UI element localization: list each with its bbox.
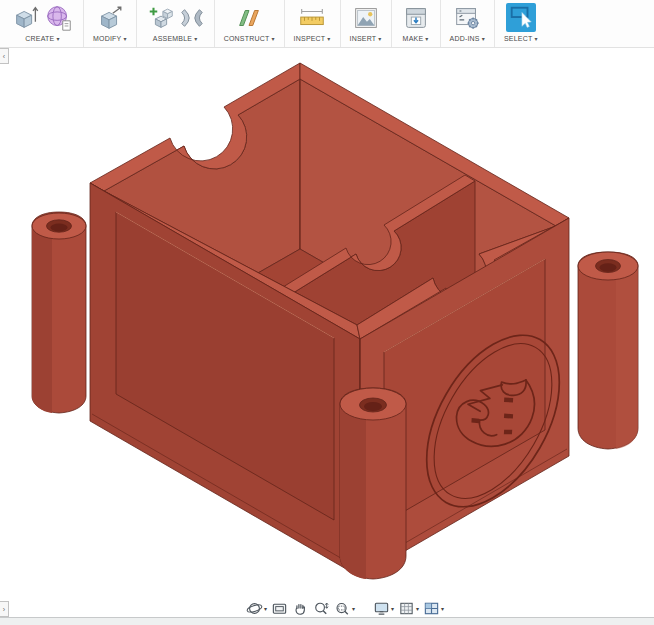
corner-post-front [340, 388, 406, 579]
view-navigation-bar: ▾ ▾ [246, 599, 444, 617]
toolbar-group-select[interactable]: SELECT▾ [494, 0, 547, 47]
grid-and-snaps-button[interactable]: ▾ [398, 600, 419, 617]
zoom-button[interactable] [313, 600, 330, 617]
pan-button[interactable] [292, 600, 309, 617]
toolbar-group-modify[interactable]: MODIFY▾ [83, 0, 136, 47]
toolbar-label-assemble: ASSEMBLE▾ [153, 35, 198, 42]
orbit-button[interactable]: ▾ [246, 600, 267, 617]
main-toolbar: CREATE▾ MODIFY▾ [0, 0, 654, 48]
toolbar-group-construct[interactable]: CONSTRUCT▾ [214, 0, 284, 47]
press-pull-icon[interactable] [95, 3, 125, 33]
display-settings-button[interactable]: ▾ [373, 600, 394, 617]
corner-post-left [32, 212, 86, 413]
new-component-icon[interactable] [146, 3, 176, 33]
extrude-icon[interactable] [11, 3, 41, 33]
toolbar-label-construct: CONSTRUCT▾ [224, 35, 275, 42]
toolbar-group-add-ins[interactable]: ADD-INS▾ [440, 0, 494, 47]
orbit-icon [246, 600, 263, 617]
select-active-button[interactable] [506, 3, 536, 32]
toolbar-label-add-ins: ADD-INS▾ [450, 35, 485, 42]
select-cursor-icon[interactable] [507, 4, 535, 31]
print-3d-icon[interactable] [401, 3, 431, 33]
scripts-addins-icon[interactable] [452, 3, 482, 33]
fit-icon [334, 600, 351, 617]
toolbar-group-inspect[interactable]: INSPECT▾ [284, 0, 340, 47]
toolbar-label-insert: INSERT▾ [350, 35, 382, 42]
look-at-button[interactable] [271, 600, 288, 617]
fit-button[interactable]: ▾ [334, 600, 355, 617]
timeline-expand-toggle[interactable]: › [0, 601, 9, 617]
toolbar-group-assemble[interactable]: ASSEMBLE▾ [136, 0, 214, 47]
toolbar-label-inspect: INSPECT▾ [294, 35, 331, 42]
pan-icon [292, 600, 309, 617]
construction-plane-icon[interactable] [234, 3, 264, 33]
joint-icon[interactable] [179, 3, 205, 33]
measure-icon[interactable] [296, 3, 328, 33]
toolbar-group-make[interactable]: MAKE▾ [391, 0, 440, 47]
browser-collapse-toggle[interactable]: ‹ [0, 48, 9, 64]
status-strip [0, 617, 654, 625]
toolbar-label-select: SELECT▾ [504, 35, 538, 42]
toolbar-group-insert[interactable]: INSERT▾ [340, 0, 391, 47]
display-settings-icon [373, 600, 390, 617]
corner-post-right [578, 252, 638, 449]
zoom-icon [313, 600, 330, 617]
fusion-360-window: CREATE▾ MODIFY▾ [0, 0, 654, 625]
model-viewport[interactable] [0, 48, 654, 618]
toolbar-label-modify: MODIFY▾ [93, 35, 127, 42]
look-at-icon [271, 600, 288, 617]
insert-image-icon[interactable] [351, 3, 381, 33]
toolbar-label-create: CREATE▾ [25, 35, 59, 42]
viewports-button[interactable]: ▾ [423, 600, 444, 617]
form-icon[interactable] [44, 3, 74, 33]
viewports-icon [423, 600, 440, 617]
toolbar-label-make: MAKE▾ [403, 35, 429, 42]
deck-box-model [0, 48, 654, 618]
grid-icon [398, 600, 415, 617]
toolbar-group-create[interactable]: CREATE▾ [2, 0, 83, 47]
